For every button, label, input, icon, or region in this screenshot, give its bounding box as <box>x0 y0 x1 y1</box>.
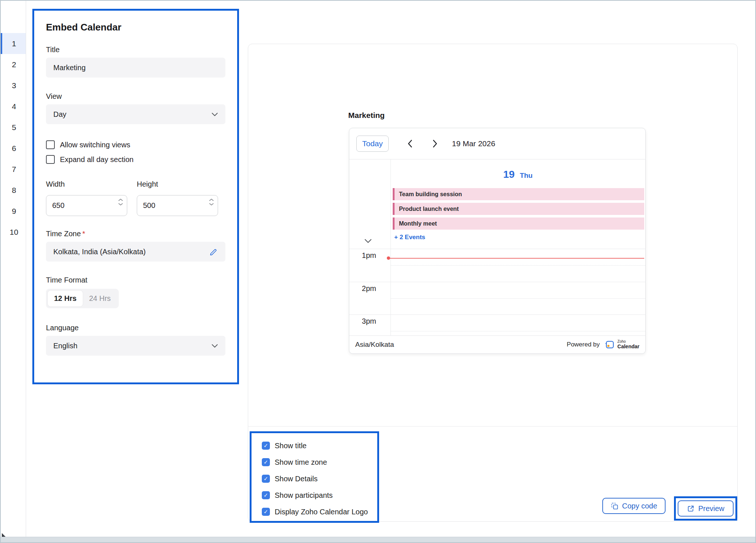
allow-switching-views-row: Allow switching views <box>46 140 225 149</box>
half-hour-line <box>391 265 645 266</box>
show-participants-row: ✓ Show participants <box>262 491 377 500</box>
rail-item-10[interactable]: 10 <box>1 222 26 242</box>
height-label: Height <box>137 180 218 188</box>
time-format-label: Time Format <box>46 276 225 284</box>
title-label: Title <box>46 46 225 54</box>
hour-line-2pm <box>349 282 645 282</box>
collapse-allday-icon[interactable] <box>364 238 372 244</box>
time-format-24hrs[interactable]: 24 Hrs <box>83 291 117 306</box>
rail-item-4[interactable]: 4 <box>1 96 26 117</box>
footer-timezone: Asia/Kolkata <box>355 341 394 349</box>
current-time-dot <box>387 256 390 260</box>
show-timezone-checkbox[interactable]: ✓ <box>262 458 270 466</box>
rail-item-7[interactable]: 7 <box>1 159 26 180</box>
show-details-row: ✓ Show Details <box>262 474 377 483</box>
calendar-preview-title: Marketing <box>348 111 385 120</box>
timezone-field: Kolkata, India (Asia/Kolkata) <box>46 242 225 262</box>
size-labels-row: Width Height <box>46 180 225 192</box>
language-select[interactable]: English <box>46 336 225 356</box>
prev-day-icon[interactable] <box>406 139 414 148</box>
show-details-checkbox[interactable]: ✓ <box>262 475 270 483</box>
display-options-box: ✓ Show title ✓ Show time zone ✓ Show Det… <box>250 431 379 523</box>
bottom-scrollbar-track[interactable] <box>1 537 755 542</box>
half-hour-line <box>391 298 645 299</box>
language-label: Language <box>46 324 225 332</box>
rail-item-1[interactable]: 1 <box>1 33 26 54</box>
required-asterisk: * <box>82 230 85 238</box>
time-label-3pm: 3pm <box>349 317 389 326</box>
calendar-card: Today 19 Mar 2026 19Thu Team building se… <box>349 128 646 354</box>
external-link-icon <box>687 505 695 513</box>
time-gutter-divider <box>391 159 391 335</box>
preview-panel: Marketing Today 19 Mar 2026 19Thu Team b… <box>248 44 738 522</box>
allow-switching-views-label: Allow switching views <box>60 141 130 149</box>
next-day-icon[interactable] <box>431 139 439 148</box>
chevron-down-icon <box>211 112 218 116</box>
today-button[interactable]: Today <box>356 136 389 152</box>
rail-item-8[interactable]: 8 <box>1 180 26 201</box>
powered-by-label: Powered by <box>567 341 600 348</box>
show-timezone-row: ✓ Show time zone <box>262 458 377 467</box>
preview-highlight-box: Preview <box>674 496 737 521</box>
display-logo-label: Display Zoho Calendar Logo <box>275 508 368 516</box>
day-column-header[interactable]: 19Thu <box>391 169 645 180</box>
day-number: 19 <box>503 169 515 180</box>
current-time-line <box>389 258 644 259</box>
time-label-1pm: 1pm <box>349 251 389 260</box>
view-select[interactable]: Day <box>46 104 225 124</box>
time-format-toggle: 12 Hrs 24 Hrs <box>46 289 119 308</box>
show-participants-label: Show participants <box>275 491 333 500</box>
rail-item-9[interactable]: 9 <box>1 201 26 222</box>
event-monthly-meet[interactable]: Monthly meet <box>393 217 644 230</box>
size-inputs-row: 650 500 <box>46 195 225 216</box>
event-product-launch-event[interactable]: Product launch event <box>393 203 644 215</box>
time-label-2pm: 2pm <box>349 284 389 293</box>
section-divider <box>248 426 737 427</box>
zoho-calendar-icon <box>605 340 615 350</box>
height-stepper[interactable] <box>209 198 214 206</box>
timezone-label: Time Zone* <box>46 230 225 238</box>
view-label: View <box>46 92 225 101</box>
current-date-label: 19 Mar 2026 <box>452 139 495 148</box>
chevron-down-icon <box>211 344 218 348</box>
embed-settings-panel: Embed Calendar Title Marketing View Day … <box>32 9 239 384</box>
edit-pencil-icon[interactable] <box>209 247 218 256</box>
panel-heading: Embed Calendar <box>46 22 225 33</box>
show-title-checkbox[interactable]: ✓ <box>262 442 270 450</box>
day-name: Thu <box>520 172 533 179</box>
rail-item-2[interactable]: 2 <box>1 54 26 75</box>
title-input[interactable]: Marketing <box>46 58 225 78</box>
event-team-building-session[interactable]: Team building session <box>393 188 644 200</box>
copy-code-button[interactable]: Copy code <box>602 498 666 514</box>
rail-item-3[interactable]: 3 <box>1 75 26 96</box>
show-title-label: Show title <box>275 442 307 450</box>
rail-item-6[interactable]: 6 <box>1 138 26 159</box>
zoho-calendar-logo[interactable]: Zoho Calendar <box>605 340 639 350</box>
show-timezone-label: Show time zone <box>275 458 327 467</box>
calendar-footer: Asia/Kolkata Powered by Zoho <box>349 335 645 353</box>
show-participants-checkbox[interactable]: ✓ <box>262 491 270 499</box>
logo-calendar-text: Calendar <box>617 344 639 349</box>
hour-line-3pm <box>349 314 645 315</box>
half-hour-line <box>391 331 645 331</box>
show-details-label: Show Details <box>275 475 318 483</box>
preview-button[interactable]: Preview <box>678 500 734 517</box>
page-number-rail: 1 2 3 4 5 6 7 8 9 10 <box>1 1 26 537</box>
width-input[interactable]: 650 <box>46 195 127 216</box>
width-stepper[interactable] <box>118 198 123 206</box>
calendar-toolbar: Today 19 Mar 2026 <box>349 128 645 159</box>
hour-line-1pm <box>349 249 645 249</box>
display-logo-checkbox[interactable]: ✓ <box>262 508 270 516</box>
width-label: Width <box>46 180 127 188</box>
show-title-row: ✓ Show title <box>262 441 377 450</box>
time-format-12hrs[interactable]: 12 Hrs <box>48 291 83 306</box>
expand-allday-label: Expand all day section <box>60 155 133 164</box>
embed-calendar-page: 1 2 3 4 5 6 7 8 9 10 Embed Calendar Titl… <box>0 0 756 543</box>
rail-item-5[interactable]: 5 <box>1 117 26 138</box>
height-input[interactable]: 500 <box>137 195 218 216</box>
expand-allday-row: Expand all day section <box>46 155 225 164</box>
expand-allday-checkbox[interactable] <box>46 155 55 164</box>
allow-switching-views-checkbox[interactable] <box>46 140 55 149</box>
allday-events-section: Team building session Product launch eve… <box>393 188 644 232</box>
more-events-link[interactable]: + 2 Events <box>394 234 425 241</box>
